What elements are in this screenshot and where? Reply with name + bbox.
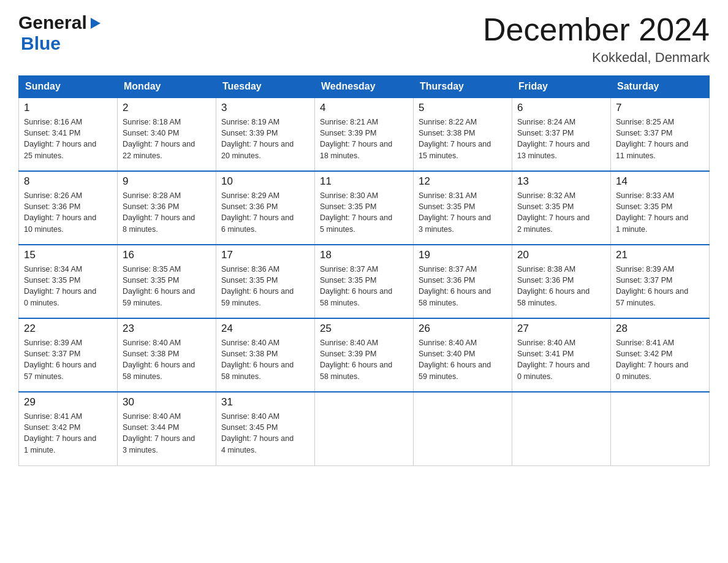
day-info: Sunrise: 8:41 AM Sunset: 3:42 PM Dayligh… <box>24 411 112 456</box>
calendar-cell: 7 Sunrise: 8:25 AM Sunset: 3:37 PM Dayli… <box>611 98 710 171</box>
logo: General Blue <box>18 12 102 54</box>
header-wednesday: Wednesday <box>315 76 414 98</box>
day-info: Sunrise: 8:40 AM Sunset: 3:45 PM Dayligh… <box>221 411 309 456</box>
calendar-cell: 1 Sunrise: 8:16 AM Sunset: 3:41 PM Dayli… <box>19 98 118 171</box>
calendar-cell: 2 Sunrise: 8:18 AM Sunset: 3:40 PM Dayli… <box>118 98 216 171</box>
calendar-cell: 20 Sunrise: 8:38 AM Sunset: 3:36 PM Dayl… <box>512 245 611 318</box>
calendar-cell <box>611 392 710 465</box>
calendar-cell: 17 Sunrise: 8:36 AM Sunset: 3:35 PM Dayl… <box>216 245 315 318</box>
calendar-cell <box>315 392 414 465</box>
day-number: 6 <box>517 102 605 114</box>
day-number: 11 <box>320 175 408 188</box>
day-info: Sunrise: 8:24 AM Sunset: 3:37 PM Dayligh… <box>517 117 605 161</box>
day-number: 29 <box>24 396 112 408</box>
calendar-cell: 26 Sunrise: 8:40 AM Sunset: 3:40 PM Dayl… <box>414 318 512 392</box>
week-row-3: 15 Sunrise: 8:34 AM Sunset: 3:35 PM Dayl… <box>19 245 710 318</box>
day-info: Sunrise: 8:16 AM Sunset: 3:41 PM Dayligh… <box>24 117 112 161</box>
day-number: 4 <box>320 102 408 114</box>
day-info: Sunrise: 8:28 AM Sunset: 3:36 PM Dayligh… <box>123 190 211 235</box>
calendar-cell <box>512 392 611 465</box>
day-info: Sunrise: 8:18 AM Sunset: 3:40 PM Dayligh… <box>123 117 211 161</box>
day-info: Sunrise: 8:30 AM Sunset: 3:35 PM Dayligh… <box>320 190 408 235</box>
day-info: Sunrise: 8:29 AM Sunset: 3:36 PM Dayligh… <box>221 190 309 235</box>
header-friday: Friday <box>512 76 611 98</box>
day-number: 31 <box>221 396 309 408</box>
day-number: 13 <box>517 175 605 188</box>
day-info: Sunrise: 8:33 AM Sunset: 3:35 PM Dayligh… <box>616 190 704 235</box>
calendar-cell: 23 Sunrise: 8:40 AM Sunset: 3:38 PM Dayl… <box>118 318 216 392</box>
calendar-cell: 31 Sunrise: 8:40 AM Sunset: 3:45 PM Dayl… <box>216 392 315 465</box>
calendar-cell: 27 Sunrise: 8:40 AM Sunset: 3:41 PM Dayl… <box>512 318 611 392</box>
header-saturday: Saturday <box>611 76 710 98</box>
calendar-cell: 19 Sunrise: 8:37 AM Sunset: 3:36 PM Dayl… <box>414 245 512 318</box>
day-info: Sunrise: 8:40 AM Sunset: 3:38 PM Dayligh… <box>123 337 211 382</box>
day-number: 23 <box>123 323 211 335</box>
days-header-row: Sunday Monday Tuesday Wednesday Thursday… <box>19 76 710 98</box>
day-number: 2 <box>123 102 211 114</box>
svg-marker-0 <box>91 18 100 29</box>
calendar-cell <box>414 392 512 465</box>
calendar-cell: 6 Sunrise: 8:24 AM Sunset: 3:37 PM Dayli… <box>512 98 611 171</box>
calendar-title: December 2024 <box>483 12 710 47</box>
calendar-cell: 15 Sunrise: 8:34 AM Sunset: 3:35 PM Dayl… <box>19 245 118 318</box>
day-info: Sunrise: 8:37 AM Sunset: 3:35 PM Dayligh… <box>320 264 408 308</box>
calendar-cell: 3 Sunrise: 8:19 AM Sunset: 3:39 PM Dayli… <box>216 98 315 171</box>
calendar-cell: 21 Sunrise: 8:39 AM Sunset: 3:37 PM Dayl… <box>611 245 710 318</box>
day-number: 7 <box>616 102 704 114</box>
day-number: 10 <box>221 175 309 188</box>
calendar-subtitle: Kokkedal, Denmark <box>483 50 710 66</box>
day-number: 14 <box>616 175 704 188</box>
calendar-cell: 8 Sunrise: 8:26 AM Sunset: 3:36 PM Dayli… <box>19 171 118 245</box>
day-number: 24 <box>221 323 309 335</box>
calendar-cell: 25 Sunrise: 8:40 AM Sunset: 3:39 PM Dayl… <box>315 318 414 392</box>
day-info: Sunrise: 8:38 AM Sunset: 3:36 PM Dayligh… <box>517 264 605 308</box>
day-number: 28 <box>616 323 704 335</box>
day-number: 16 <box>123 249 211 261</box>
calendar-cell: 14 Sunrise: 8:33 AM Sunset: 3:35 PM Dayl… <box>611 171 710 245</box>
day-info: Sunrise: 8:36 AM Sunset: 3:35 PM Dayligh… <box>221 264 309 308</box>
calendar-cell: 12 Sunrise: 8:31 AM Sunset: 3:35 PM Dayl… <box>414 171 512 245</box>
header-sunday: Sunday <box>19 76 118 98</box>
day-number: 18 <box>320 249 408 261</box>
calendar-cell: 4 Sunrise: 8:21 AM Sunset: 3:39 PM Dayli… <box>315 98 414 171</box>
day-number: 1 <box>24 102 112 114</box>
day-number: 27 <box>517 323 605 335</box>
header-tuesday: Tuesday <box>216 76 315 98</box>
page-header: General Blue December 2024 Kokkedal, Den… <box>18 12 710 66</box>
logo-triangle-icon <box>88 17 102 30</box>
day-number: 9 <box>123 175 211 188</box>
calendar-table: Sunday Monday Tuesday Wednesday Thursday… <box>18 75 710 466</box>
day-info: Sunrise: 8:22 AM Sunset: 3:38 PM Dayligh… <box>419 117 507 161</box>
calendar-cell: 28 Sunrise: 8:41 AM Sunset: 3:42 PM Dayl… <box>611 318 710 392</box>
day-info: Sunrise: 8:40 AM Sunset: 3:38 PM Dayligh… <box>221 337 309 382</box>
day-number: 3 <box>221 102 309 114</box>
day-info: Sunrise: 8:19 AM Sunset: 3:39 PM Dayligh… <box>221 117 309 161</box>
title-area: December 2024 Kokkedal, Denmark <box>483 12 710 66</box>
day-info: Sunrise: 8:37 AM Sunset: 3:36 PM Dayligh… <box>419 264 507 308</box>
calendar-cell: 13 Sunrise: 8:32 AM Sunset: 3:35 PM Dayl… <box>512 171 611 245</box>
day-info: Sunrise: 8:41 AM Sunset: 3:42 PM Dayligh… <box>616 337 704 382</box>
day-number: 5 <box>419 102 507 114</box>
calendar-cell: 5 Sunrise: 8:22 AM Sunset: 3:38 PM Dayli… <box>414 98 512 171</box>
calendar-cell: 9 Sunrise: 8:28 AM Sunset: 3:36 PM Dayli… <box>118 171 216 245</box>
day-info: Sunrise: 8:34 AM Sunset: 3:35 PM Dayligh… <box>24 264 112 308</box>
day-number: 22 <box>24 323 112 335</box>
day-info: Sunrise: 8:40 AM Sunset: 3:44 PM Dayligh… <box>123 411 211 456</box>
calendar-cell: 30 Sunrise: 8:40 AM Sunset: 3:44 PM Dayl… <box>118 392 216 465</box>
calendar-cell: 29 Sunrise: 8:41 AM Sunset: 3:42 PM Dayl… <box>19 392 118 465</box>
day-number: 25 <box>320 323 408 335</box>
header-monday: Monday <box>118 76 216 98</box>
day-number: 12 <box>419 175 507 188</box>
day-number: 26 <box>419 323 507 335</box>
logo-blue-text: Blue <box>21 33 61 53</box>
day-number: 21 <box>616 249 704 261</box>
calendar-cell: 24 Sunrise: 8:40 AM Sunset: 3:38 PM Dayl… <box>216 318 315 392</box>
day-info: Sunrise: 8:39 AM Sunset: 3:37 PM Dayligh… <box>616 264 704 308</box>
day-number: 8 <box>24 175 112 188</box>
day-info: Sunrise: 8:40 AM Sunset: 3:41 PM Dayligh… <box>517 337 605 382</box>
calendar-cell: 22 Sunrise: 8:39 AM Sunset: 3:37 PM Dayl… <box>19 318 118 392</box>
day-info: Sunrise: 8:40 AM Sunset: 3:40 PM Dayligh… <box>419 337 507 382</box>
day-info: Sunrise: 8:21 AM Sunset: 3:39 PM Dayligh… <box>320 117 408 161</box>
day-number: 20 <box>517 249 605 261</box>
day-info: Sunrise: 8:26 AM Sunset: 3:36 PM Dayligh… <box>24 190 112 235</box>
